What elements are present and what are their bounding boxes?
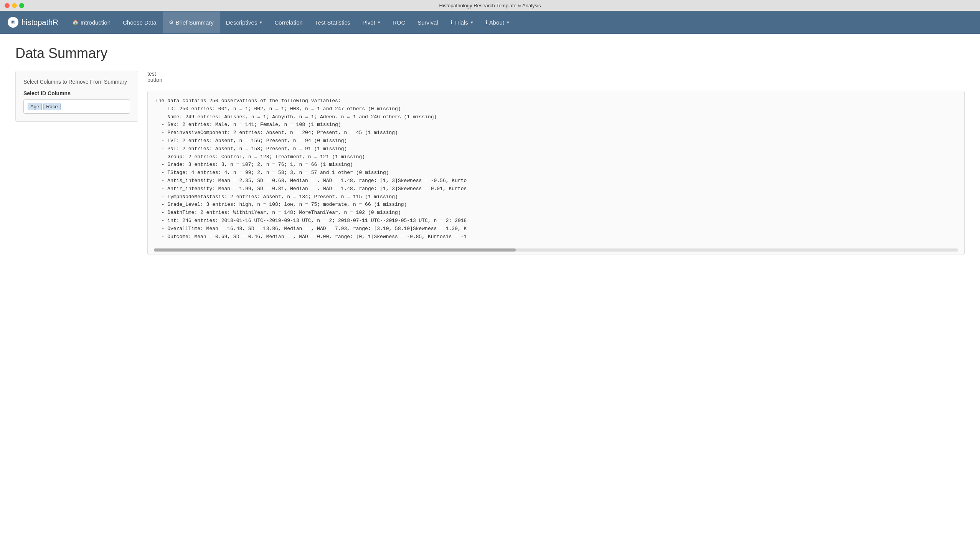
summary-content[interactable]: The data contains 250 observations of th…: [148, 91, 964, 247]
scrollbar-thumb[interactable]: [154, 248, 516, 252]
sidebar-item-trials[interactable]: ℹ Trials ▾: [444, 12, 479, 33]
test-area: test button: [147, 71, 965, 83]
test-line2: button: [147, 77, 965, 83]
maximize-button[interactable]: [19, 3, 24, 8]
window-title: Histopathology Research Template & Analy…: [439, 3, 541, 8]
sidebar-item-descriptives[interactable]: Descriptives ▾: [220, 12, 269, 33]
chevron-down-icon: ▾: [260, 20, 262, 25]
summary-box: The data contains 250 observations of th…: [147, 91, 965, 255]
nav-label-choose-data: Choose Data: [123, 19, 157, 26]
id-columns-label: Select ID Columns: [23, 90, 130, 96]
sidebar-item-choose-data[interactable]: Choose Data: [117, 12, 163, 33]
nav-label-survival: Survival: [417, 19, 438, 26]
page-title: Data Summary: [15, 45, 965, 61]
nav-label-introduction: Introduction: [81, 19, 111, 26]
info-icon-about: ℹ: [485, 19, 487, 25]
sidebar-item-roc[interactable]: ROC: [386, 12, 411, 33]
nav-label-about: About: [489, 19, 504, 26]
info-icon-trials: ℹ: [450, 19, 452, 25]
nav-label-pivot: Pivot: [363, 19, 375, 26]
nav-label-correlation: Correlation: [274, 19, 302, 26]
brand-name: histopathR: [21, 18, 58, 27]
sidebar-item-correlation[interactable]: Correlation: [268, 12, 309, 33]
chevron-down-icon-about: ▾: [507, 20, 509, 25]
close-button[interactable]: [5, 3, 10, 8]
chevron-down-icon-pivot: ▾: [378, 20, 380, 25]
chevron-down-icon-trials: ▾: [471, 20, 473, 25]
home-icon: 🏠: [72, 19, 79, 25]
main-content: Data Summary Select Columns to Remove Fr…: [0, 34, 980, 543]
minimize-button[interactable]: [12, 3, 17, 8]
horizontal-scrollbar[interactable]: [154, 248, 958, 252]
sidebar-item-survival[interactable]: Survival: [411, 12, 444, 33]
nav-label-descriptives: Descriptives: [226, 19, 257, 26]
nav-label-test-statistics: Test Statistics: [315, 19, 350, 26]
sidebar-item-test-statistics[interactable]: Test Statistics: [309, 12, 356, 33]
brand-icon: ®: [8, 17, 18, 28]
panel-title: Select Columns to Remove From Summary: [23, 79, 130, 85]
traffic-lights: [5, 3, 24, 8]
nav-label-brief-summary: Brief Summary: [176, 19, 214, 26]
sidebar-item-introduction[interactable]: 🏠 Introduction: [66, 12, 117, 33]
id-columns-input[interactable]: Age Race: [23, 99, 130, 114]
test-line1: test: [147, 71, 965, 77]
content-layout: Select Columns to Remove From Summary Se…: [15, 71, 965, 255]
title-bar: Histopathology Research Template & Analy…: [0, 0, 980, 11]
tag-race[interactable]: Race: [43, 103, 60, 110]
sidebar-item-about[interactable]: ℹ About ▾: [479, 12, 515, 33]
nav-label-trials: Trials: [454, 19, 468, 26]
brand[interactable]: ® histopathR: [8, 11, 66, 34]
sidebar-item-brief-summary[interactable]: ⚙ Brief Summary: [163, 12, 220, 33]
navbar: ® histopathR 🏠 Introduction Choose Data …: [0, 11, 980, 34]
tag-age[interactable]: Age: [28, 103, 42, 110]
nav-label-roc: ROC: [393, 19, 405, 26]
gear-icon: ⚙: [169, 19, 174, 25]
nav-items: 🏠 Introduction Choose Data ⚙ Brief Summa…: [66, 12, 972, 33]
sidebar-panel: Select Columns to Remove From Summary Se…: [15, 71, 138, 122]
sidebar-item-pivot[interactable]: Pivot ▾: [356, 12, 386, 33]
